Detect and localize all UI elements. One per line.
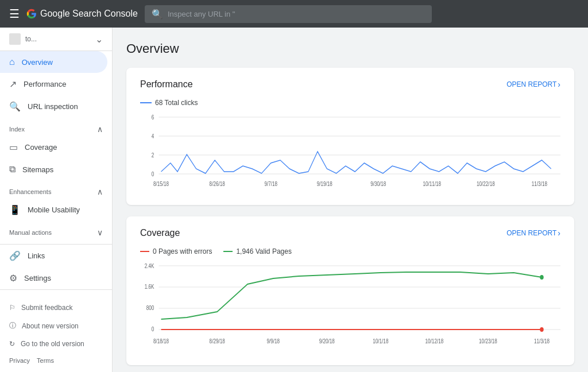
sidebar-item-performance[interactable]: ↗ Performance [0, 73, 107, 95]
svg-text:11/3/18: 11/3/18 [534, 338, 550, 344]
coverage-legend-valid: 1,946 Valid Pages [223, 247, 292, 255]
nav-label-sitemaps: Sitemaps [22, 165, 53, 174]
coverage-icon: ▭ [9, 142, 18, 153]
enhancements-section-header: Enhancements ∧ [0, 183, 112, 199]
coverage-card-header: Coverage OPEN REPORT › [140, 228, 560, 238]
phone-icon: 📱 [9, 204, 21, 215]
svg-text:6: 6 [152, 114, 154, 121]
svg-text:10/22/18: 10/22/18 [477, 181, 495, 187]
sidebar-item-links[interactable]: 🔗 Links [0, 245, 107, 267]
coverage-legend: 0 Pages with errors 1,946 Valid Pages [140, 247, 560, 255]
svg-text:9/19/18: 9/19/18 [317, 181, 332, 187]
trending-up-icon: ↗ [9, 79, 17, 90]
sidebar-item-overview[interactable]: ⌂ Overview [0, 51, 107, 73]
history-icon: ↻ [9, 340, 15, 348]
performance-card-title: Performance [140, 79, 193, 90]
footer-links: Privacy Terms [9, 352, 103, 364]
collapse-enhancements-icon[interactable]: ∧ [97, 187, 103, 196]
coverage-chart: 2.4K 1.6K 800 0 8/18/18 8/29/18 9/9/18 9… [140, 260, 560, 354]
collapse-icon[interactable]: ∧ [97, 125, 103, 134]
svg-text:8/15/18: 8/15/18 [153, 181, 169, 187]
performance-chart: 6 4 2 0 8/15/18 8/26/18 9/7/18 9/19/18 9… [140, 111, 560, 193]
coverage-chart-svg: 2.4K 1.6K 800 0 8/18/18 8/29/18 9/9/18 9… [140, 260, 560, 352]
coverage-card: Coverage OPEN REPORT › 0 Pages with erro… [126, 216, 574, 365]
property-name: to... [25, 35, 91, 43]
performance-card: Performance OPEN REPORT › 68 Total click… [126, 68, 574, 205]
legend-red-line [140, 251, 149, 252]
svg-text:2.4K: 2.4K [145, 263, 154, 269]
topbar-logo-text: Google Search Console [40, 9, 138, 19]
svg-point-33 [540, 275, 544, 280]
sidebar-item-coverage[interactable]: ▭ Coverage [0, 136, 107, 158]
menu-icon[interactable]: ☰ [9, 7, 20, 21]
coverage-open-report-link[interactable]: OPEN REPORT › [506, 228, 560, 238]
sidebar: to... ⌄ ⌂ Overview ↗ Performance 🔍 URL i… [0, 28, 113, 372]
inspect-icon: 🔍 [9, 101, 21, 112]
home-icon: ⌂ [9, 57, 15, 67]
performance-card-header: Performance OPEN REPORT › [140, 79, 560, 90]
topbar: ☰ Google Search Console 🔍 [0, 0, 588, 28]
info-icon: ⓘ [9, 321, 16, 331]
svg-text:8/26/18: 8/26/18 [210, 181, 225, 187]
link-icon: 🔗 [9, 250, 21, 261]
main-content: Overview Performance OPEN REPORT › 68 To… [113, 28, 588, 372]
nav-label-overview: Overview [22, 58, 53, 67]
sitemaps-icon: ⧉ [9, 164, 16, 175]
search-input[interactable] [168, 10, 425, 18]
svg-text:10/11/18: 10/11/18 [423, 181, 442, 187]
svg-text:4: 4 [152, 133, 154, 140]
svg-text:0: 0 [152, 171, 154, 177]
nav-label-mobile-usability: Mobile Usability [28, 206, 80, 214]
manual-actions-section-header: Manual actions ∨ [0, 223, 112, 239]
google-logo-icon [26, 9, 37, 19]
flag-icon: ⚐ [9, 304, 16, 312]
nav-label-coverage: Coverage [25, 143, 57, 152]
svg-text:10/1/18: 10/1/18 [373, 338, 388, 344]
submit-feedback-item[interactable]: ⚐ Submit feedback [9, 299, 103, 316]
nav-label-links: Links [28, 251, 45, 260]
nav-label-performance: Performance [24, 80, 66, 88]
svg-text:9/20/18: 9/20/18 [319, 338, 335, 344]
svg-text:1.6K: 1.6K [145, 284, 154, 290]
property-selector[interactable]: to... ⌄ [0, 28, 112, 51]
nav-label-settings: Settings [24, 274, 51, 282]
performance-legend-clicks: 68 Total clicks [140, 99, 198, 107]
svg-text:2: 2 [152, 152, 154, 158]
svg-text:11/3/18: 11/3/18 [532, 181, 547, 187]
coverage-card-title: Coverage [140, 228, 180, 238]
chevron-down-icon: ⌄ [95, 34, 103, 45]
svg-text:8/18/18: 8/18/18 [153, 338, 169, 344]
property-icon [9, 33, 21, 45]
terms-link[interactable]: Terms [37, 357, 54, 364]
legend-green-line [223, 251, 233, 252]
go-to-old-version-item[interactable]: ↻ Go to the old version [9, 335, 103, 352]
privacy-link[interactable]: Privacy [9, 357, 30, 364]
sidebar-item-mobile-usability[interactable]: 📱 Mobile Usability [0, 199, 107, 221]
coverage-legend-errors: 0 Pages with errors [140, 247, 212, 255]
svg-text:10/12/18: 10/12/18 [425, 338, 444, 344]
performance-legend: 68 Total clicks [140, 99, 560, 107]
topbar-search-bar[interactable]: 🔍 [145, 5, 432, 23]
index-section-header: Index ∧ [0, 120, 112, 136]
chevron-right-icon: › [558, 228, 560, 238]
legend-blue-line [140, 102, 152, 103]
performance-chart-svg: 6 4 2 0 8/15/18 8/26/18 9/7/18 9/19/18 9… [140, 111, 560, 192]
sidebar-item-settings[interactable]: ⚙ Settings [0, 267, 107, 289]
svg-text:800: 800 [146, 305, 154, 311]
svg-text:8/29/18: 8/29/18 [210, 338, 225, 344]
performance-open-report-link[interactable]: OPEN REPORT › [506, 80, 560, 89]
settings-icon: ⚙ [9, 273, 17, 284]
svg-text:0: 0 [152, 326, 154, 332]
expand-manual-actions-icon[interactable]: ∨ [97, 228, 103, 237]
page-title: Overview [126, 41, 574, 56]
search-icon: 🔍 [152, 9, 163, 20]
sidebar-item-sitemaps[interactable]: ⧉ Sitemaps [0, 158, 107, 180]
sidebar-item-url-inspection[interactable]: 🔍 URL inspection [0, 95, 107, 118]
chevron-right-icon: › [558, 80, 560, 89]
svg-text:9/30/18: 9/30/18 [370, 181, 386, 187]
topbar-logo: Google Search Console [26, 9, 138, 19]
layout: to... ⌄ ⌂ Overview ↗ Performance 🔍 URL i… [0, 28, 588, 372]
about-new-version-item[interactable]: ⓘ About new version [9, 316, 103, 335]
svg-text:10/23/18: 10/23/18 [479, 338, 497, 344]
svg-text:9/9/18: 9/9/18 [266, 338, 280, 344]
